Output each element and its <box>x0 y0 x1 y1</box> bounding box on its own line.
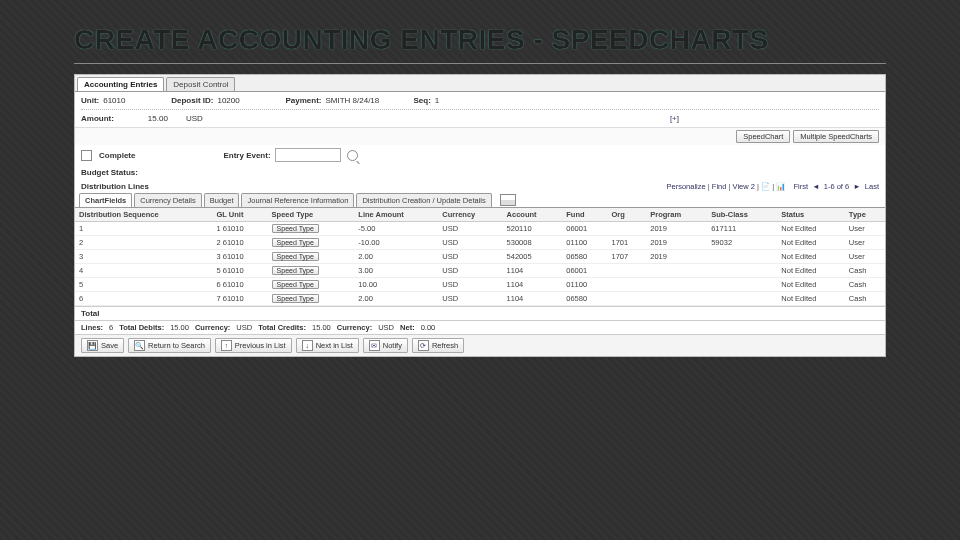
table-cell: Not Edited <box>777 292 845 306</box>
speed-type-button[interactable]: Speed Type <box>272 294 319 303</box>
currency1-label: Currency: <box>195 323 230 332</box>
action-bar: SpeedChart Multiple SpeedCharts <box>75 127 885 145</box>
table-row: 45 61010Speed Type3.00USD110406001Not Ed… <box>75 264 885 278</box>
table-cell: Not Edited <box>777 264 845 278</box>
table-cell: 1701 <box>608 236 647 250</box>
tab-budget[interactable]: Budget <box>204 193 240 207</box>
total-credits-label: Total Credits: <box>258 323 306 332</box>
table-cell: 2 61010 <box>212 236 267 250</box>
speed-type-button[interactable]: Speed Type <box>272 266 319 275</box>
total-row: Total <box>75 306 885 321</box>
table-cell: Cash <box>845 292 885 306</box>
col-header: GL Unit <box>212 208 267 222</box>
table-cell: 2019 <box>646 250 707 264</box>
tab-journal-ref[interactable]: Journal Reference Information <box>241 193 354 207</box>
personalize-link[interactable]: Personalize <box>667 182 706 191</box>
refresh-icon: ⟳ <box>418 340 429 351</box>
speed-type-button[interactable]: Speed Type <box>272 252 319 261</box>
deposit-value: 10200 <box>217 96 267 105</box>
distribution-table: Distribution SequenceGL UnitSpeed TypeLi… <box>75 208 885 306</box>
lines-value: 6 <box>109 323 113 332</box>
table-cell: 2019 <box>646 236 707 250</box>
entry-event-input[interactable] <box>275 148 341 162</box>
table-cell: 5 61010 <box>212 264 267 278</box>
complete-label: Complete <box>99 151 135 160</box>
table-cell: 6 61010 <box>212 278 267 292</box>
refresh-button[interactable]: ⟳Refresh <box>412 338 464 353</box>
table-cell: 1707 <box>608 250 647 264</box>
col-header: Currency <box>438 208 502 222</box>
tab-accounting-entries[interactable]: Accounting Entries <box>77 77 164 91</box>
payment-value: SMITH 8/24/18 <box>325 96 395 105</box>
entry-event-label: Entry Event: <box>223 151 270 160</box>
app-panel: Accounting Entries Deposit Control Unit:… <box>74 74 886 357</box>
speedchart-button[interactable]: SpeedChart <box>736 130 790 143</box>
table-cell <box>646 264 707 278</box>
table-row: 33 61010Speed Type2.00USD542005065801707… <box>75 250 885 264</box>
tab-deposit-control[interactable]: Deposit Control <box>166 77 235 91</box>
speed-type-button[interactable]: Speed Type <box>272 224 319 233</box>
net-value: 0.00 <box>421 323 436 332</box>
table-cell: 1 61010 <box>212 222 267 236</box>
entry-event-lookup-icon[interactable] <box>347 150 358 161</box>
speed-type-button[interactable]: Speed Type <box>272 238 319 247</box>
table-cell: 06580 <box>562 250 607 264</box>
table-cell: 7 61010 <box>212 292 267 306</box>
unit-value: 61010 <box>103 96 153 105</box>
payment-label: Payment: <box>285 96 321 105</box>
previous-in-list-button[interactable]: ↑Previous in List <box>215 338 292 353</box>
last-link[interactable]: Last <box>865 182 879 191</box>
table-cell: 617111 <box>707 222 777 236</box>
notify-button[interactable]: ✉Notify <box>363 338 408 353</box>
currency1-value: USD <box>236 323 252 332</box>
table-cell: USD <box>438 278 502 292</box>
deposit-label: Deposit ID: <box>171 96 213 105</box>
col-header: Account <box>503 208 563 222</box>
table-cell <box>608 292 647 306</box>
tab-dist-creation[interactable]: Distribution Creation / Update Details <box>356 193 491 207</box>
multiple-speedcharts-button[interactable]: Multiple SpeedCharts <box>793 130 879 143</box>
table-cell <box>608 222 647 236</box>
first-link[interactable]: First <box>794 182 809 191</box>
table-cell <box>646 292 707 306</box>
total-debits-label: Total Debits: <box>119 323 164 332</box>
next-arrow-icon[interactable]: ► <box>851 182 862 191</box>
col-header: Line Amount <box>354 208 438 222</box>
table-cell: Cash <box>845 278 885 292</box>
prev-arrow-icon[interactable]: ◄ <box>810 182 821 191</box>
table-cell: 3 <box>75 250 212 264</box>
complete-row: Complete Entry Event: <box>75 145 885 165</box>
currency2-label: Currency: <box>337 323 372 332</box>
table-row: 56 61010Speed Type10.00USD110401100Not E… <box>75 278 885 292</box>
view-link[interactable]: View 2 <box>733 182 755 191</box>
table-cell: 59032 <box>707 236 777 250</box>
next-in-list-button[interactable]: ↓Next in List <box>296 338 359 353</box>
notify-icon: ✉ <box>369 340 380 351</box>
return-to-search-button[interactable]: 🔍Return to Search <box>128 338 211 353</box>
speed-type-button[interactable]: Speed Type <box>272 280 319 289</box>
expand-toggle[interactable]: [+] <box>670 114 679 123</box>
unit-label: Unit: <box>81 96 99 105</box>
show-all-columns-icon[interactable] <box>500 194 516 206</box>
table-cell: Not Edited <box>777 222 845 236</box>
save-button[interactable]: 💾Save <box>81 338 124 353</box>
total-debits-value: 15.00 <box>170 323 189 332</box>
table-cell: 01100 <box>562 236 607 250</box>
complete-checkbox[interactable] <box>81 150 92 161</box>
col-header: Fund <box>562 208 607 222</box>
find-link[interactable]: Find <box>712 182 727 191</box>
table-cell: 1 <box>75 222 212 236</box>
tab-chartfields[interactable]: ChartFields <box>79 193 132 207</box>
tab-currency-details[interactable]: Currency Details <box>134 193 201 207</box>
table-cell <box>707 264 777 278</box>
table-cell: -10.00 <box>354 236 438 250</box>
col-header: Speed Type <box>268 208 355 222</box>
table-cell: 1104 <box>503 292 563 306</box>
table-row: 11 61010Speed Type-5.00USD52011006001201… <box>75 222 885 236</box>
main-tabbar: Accounting Entries Deposit Control <box>75 75 885 92</box>
table-cell: USD <box>438 264 502 278</box>
header-row-2: Amount: 15.00 USD [+] <box>75 110 885 127</box>
prev-icon: ↑ <box>221 340 232 351</box>
table-cell: Speed Type <box>268 264 355 278</box>
table-row: 22 61010Speed Type-10.00USD5300080110017… <box>75 236 885 250</box>
